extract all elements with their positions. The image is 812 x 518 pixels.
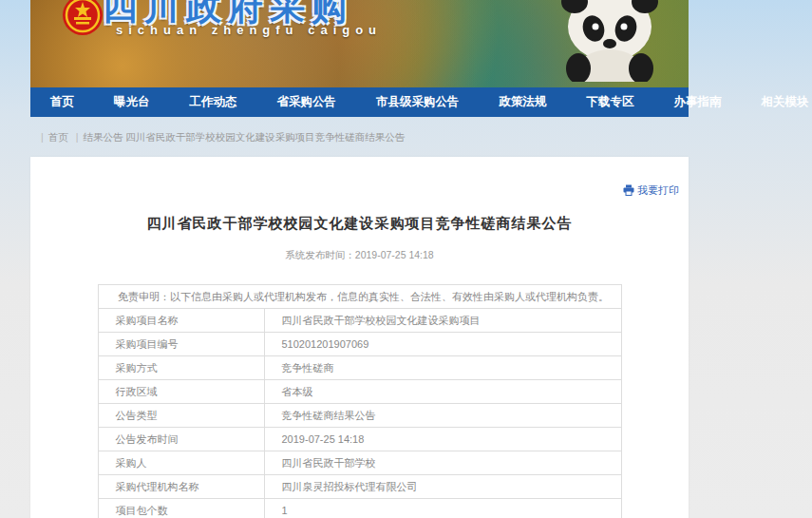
national-emblem-icon — [62, 0, 104, 42]
table-row: 项目包个数 1 — [98, 499, 621, 518]
nav-bar: 首页曝光台工作动态省采购公告市县级采购公告政策法规下载专区办事指南相关模块 — [30, 87, 689, 117]
nav-item-1[interactable]: 曝光台 — [94, 94, 170, 110]
breadcrumb-link-1[interactable]: 结果公告 — [83, 131, 125, 143]
table-row: 采购方式 竞争性磋商 — [98, 356, 621, 380]
nav-item-7[interactable]: 办事指南 — [654, 94, 742, 110]
breadcrumb-link-0[interactable]: 首页 — [48, 131, 71, 143]
print-row: 我要打印 — [30, 157, 689, 196]
row-value: 四川泉灵招投标代理有限公司 — [264, 475, 621, 499]
print-label: 我要打印 — [637, 183, 679, 198]
page-container: 四川政府采购 sichuan zhengfu caigou 首页曝光台工作动态省… — [30, 0, 689, 518]
site-subtitle: sichuan zhengfu caigou — [116, 23, 382, 37]
nav-item-6[interactable]: 下载专区 — [567, 94, 654, 110]
row-label: 项目包个数 — [98, 499, 264, 518]
info-table: 免责申明：以下信息由采购人或代理机构发布，信息的真实性、合法性、有效性由采购人或… — [98, 284, 622, 518]
article-panel: 我要打印 四川省民政干部学校校园文化建设采购项目竞争性磋商结果公告 系统发布时间… — [30, 157, 689, 518]
row-value: 1 — [264, 499, 621, 518]
breadcrumb-separator: | — [41, 131, 44, 143]
panda-image — [557, 0, 662, 82]
nav-item-0[interactable]: 首页 — [30, 94, 94, 110]
table-row: 公告发布时间 2019-07-25 14:18 — [98, 428, 621, 451]
row-value: 2019-07-25 14:18 — [264, 428, 621, 451]
nav-item-2[interactable]: 工作动态 — [170, 94, 257, 110]
info-table-body: 免责申明：以下信息由采购人或代理机构发布，信息的真实性、合法性、有效性由采购人或… — [98, 285, 621, 518]
publish-time: 系统发布时间：2019-07-25 14:18 — [30, 249, 689, 262]
row-label: 采购代理机构名称 — [98, 475, 264, 499]
printer-icon — [623, 184, 634, 196]
row-label: 公告发布时间 — [98, 428, 264, 451]
table-row: 公告类型 竞争性磋商结果公告 — [98, 404, 621, 428]
disclaimer-row: 免责申明：以下信息由采购人或代理机构发布，信息的真实性、合法性、有效性由采购人或… — [98, 285, 621, 309]
row-label: 采购方式 — [98, 356, 264, 380]
nav-item-3[interactable]: 省采购公告 — [257, 94, 357, 110]
breadcrumb: |首页 |结果公告 四川省民政干部学校校园文化建设采购项目竞争性磋商结果公告 — [30, 117, 689, 157]
row-value: 竞争性磋商结果公告 — [264, 404, 621, 428]
row-label: 公告类型 — [98, 404, 264, 428]
row-value: 省本级 — [264, 380, 621, 404]
breadcrumb-separator: | — [76, 131, 79, 143]
table-row: 采购项目编号 510201201907069 — [98, 333, 621, 356]
table-row: 采购人 四川省民政干部学校 — [98, 451, 621, 475]
row-label: 采购项目名称 — [98, 309, 264, 333]
table-row: 行政区域 省本级 — [98, 380, 621, 404]
table-row: 采购代理机构名称 四川泉灵招投标代理有限公司 — [98, 475, 621, 499]
table-row: 采购项目名称 四川省民政干部学校校园文化建设采购项目 — [98, 309, 621, 333]
row-value: 510201201907069 — [264, 333, 621, 356]
row-value: 四川省民政干部学校校园文化建设采购项目 — [264, 309, 621, 333]
nav-item-5[interactable]: 政策法规 — [480, 94, 567, 110]
print-button[interactable]: 我要打印 — [623, 183, 679, 198]
nav-item-4[interactable]: 市县级采购公告 — [356, 94, 480, 110]
nav-item-8[interactable]: 相关模块 — [742, 94, 812, 110]
row-label: 采购项目编号 — [98, 333, 264, 356]
row-label: 采购人 — [98, 451, 264, 475]
breadcrumb-current: 四川省民政干部学校校园文化建设采购项目竞争性磋商结果公告 — [125, 131, 405, 143]
row-value: 四川省民政干部学校 — [264, 451, 621, 475]
site-banner: 四川政府采购 sichuan zhengfu caigou — [30, 0, 689, 87]
row-label: 行政区域 — [98, 380, 264, 404]
article-title: 四川省民政干部学校校园文化建设采购项目竞争性磋商结果公告 — [30, 215, 689, 233]
disclaimer-text: 免责申明：以下信息由采购人或代理机构发布，信息的真实性、合法性、有效性由采购人或… — [98, 285, 621, 309]
row-value: 竞争性磋商 — [264, 356, 621, 380]
